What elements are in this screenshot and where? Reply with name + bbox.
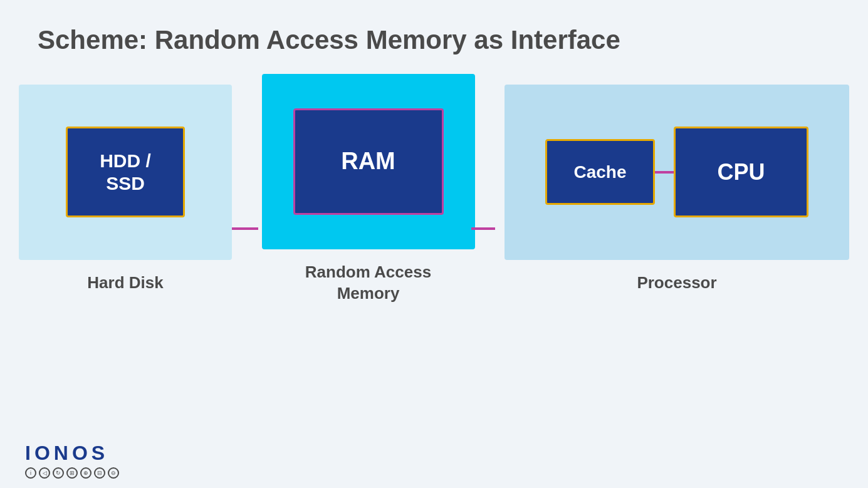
hdd-label: HDD /SSD (100, 150, 151, 195)
logo-icon-1: i (25, 467, 36, 479)
processor-section-label: Processor (637, 273, 716, 294)
cache-box: Cache (545, 139, 655, 205)
title-area: Scheme: Random Access Memory as Interfac… (0, 0, 868, 68)
cache-label: Cache (573, 162, 626, 183)
ram-section-label: Random AccessMemory (305, 262, 431, 304)
logo-area: I O N O S i ◁ ↻ ⊞ ⊕ ⊟ ⊖ (0, 432, 868, 488)
logo-o2: O (72, 442, 90, 465)
logo-icon-3: ↻ (53, 467, 64, 479)
page-wrapper: Scheme: Random Access Memory as Interfac… (0, 0, 868, 488)
connector-cache-cpu (655, 171, 674, 174)
sections-container: HDD /SSD Hard Disk RAM (19, 74, 849, 304)
ionos-logo-text: I O N O S (25, 442, 119, 465)
hdd-section: HDD /SSD Hard Disk (19, 85, 232, 294)
hdd-section-label: Hard Disk (87, 273, 163, 294)
logo-icon-5: ⊕ (80, 467, 92, 479)
hdd-bg-block: HDD /SSD (19, 85, 232, 260)
ionos-logo-group: I O N O S i ◁ ↻ ⊞ ⊕ ⊟ ⊖ (25, 442, 119, 479)
logo-icons-row: i ◁ ↻ ⊞ ⊕ ⊟ ⊖ (25, 467, 119, 479)
logo-n: N (54, 442, 71, 465)
ram-section-content: RAM (262, 74, 475, 249)
hdd-box: HDD /SSD (66, 127, 185, 217)
processor-bg-block: Cache CPU (505, 85, 849, 260)
diagram-area: HDD /SSD Hard Disk RAM (0, 68, 868, 432)
ram-bg-block: RAM (262, 74, 475, 249)
cpu-box: CPU (674, 127, 808, 217)
logo-o1: O (34, 442, 53, 465)
logo-i: I (25, 442, 33, 465)
page-title: Scheme: Random Access Memory as Interfac… (38, 25, 830, 55)
cpu-label: CPU (717, 158, 765, 185)
logo-icon-7: ⊖ (108, 467, 119, 479)
processor-section-content: Cache CPU (505, 85, 849, 260)
processor-section: Cache CPU Processor (505, 85, 849, 294)
logo-icon-4: ⊞ (66, 467, 78, 479)
ram-box: RAM (293, 108, 444, 215)
logo-icon-6: ⊟ (94, 467, 105, 479)
hdd-section-content: HDD /SSD (19, 85, 232, 260)
logo-icon-2: ◁ (39, 467, 50, 479)
logo-s: S (92, 442, 107, 465)
ram-label: RAM (341, 147, 395, 176)
ram-section: RAM Random AccessMemory (262, 74, 475, 304)
